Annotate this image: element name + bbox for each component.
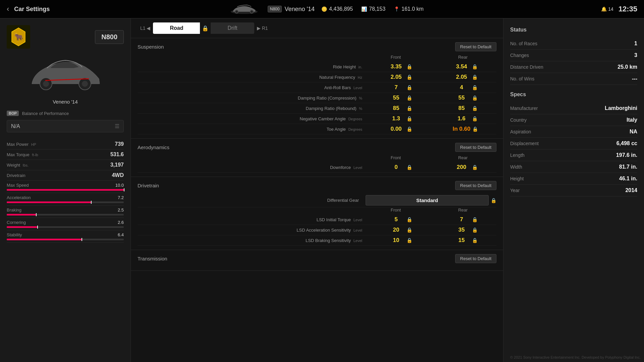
aerodynamics-reset-button[interactable]: Reset to Default	[455, 143, 496, 152]
aero-front-val-0[interactable]: 0	[388, 164, 405, 171]
status-rows: No. of Races 1Changes 3Distance Driven 2…	[510, 38, 637, 85]
susp-front-lock-3[interactable]: 🔒	[407, 95, 412, 101]
dt-name-1: LSD Acceleration Sensitivity Level	[138, 228, 362, 233]
transmission-title: Transmission	[138, 256, 167, 261]
susp-front-val-4[interactable]: 85	[388, 105, 405, 112]
dt-rear-lock-0[interactable]: 🔒	[472, 217, 478, 222]
susp-rear-lock-3[interactable]: 🔒	[472, 95, 478, 101]
differential-value[interactable]: Standard	[366, 195, 489, 205]
tab-drift[interactable]: Drift	[211, 22, 254, 34]
dt-rear-val-1[interactable]: 35	[453, 227, 470, 233]
dt-front-val-0[interactable]: 5	[388, 216, 405, 223]
susp-front-val-3[interactable]: 55	[388, 95, 405, 101]
dt-front-lock-1[interactable]: 🔒	[407, 227, 412, 233]
status-label-3: No. of Wins	[510, 76, 534, 81]
dt-front-val-1[interactable]: 20	[388, 227, 405, 233]
susp-front-lock-2[interactable]: 🔒	[407, 85, 412, 90]
susp-front-lock-6[interactable]: 🔒	[407, 126, 412, 132]
specs-value-2: NA	[630, 129, 637, 135]
susp-rear-lock-0[interactable]: 🔒	[472, 64, 478, 69]
dt-front-val-2[interactable]: 10	[388, 237, 405, 244]
susp-front-val-5[interactable]: 1.3	[388, 115, 405, 122]
specs-rows: Manufacturer LamborghiniCountry ItalyAsp…	[510, 103, 637, 196]
susp-rear-lock-1[interactable]: 🔒	[472, 74, 478, 80]
tab-next-button[interactable]: ▶ R1	[254, 25, 271, 31]
susp-controls-4: 85 🔒 85 🔒	[369, 105, 496, 112]
dt-rear-val-2[interactable]: 15	[453, 237, 470, 244]
susp-rear-val-5[interactable]: 1.6	[453, 115, 470, 122]
susp-rear-val-0[interactable]: 3.54	[453, 63, 470, 70]
dt-front-lock-2[interactable]: 🔒	[407, 238, 412, 243]
suspension-row-6: Toe Angle Degrees 0.00 🔒 In 0.60 🔒	[138, 124, 496, 134]
tab-strip: L1 ◀ Road 🔒 Drift ▶ R1	[131, 18, 503, 38]
na-selector[interactable]: N/A ☰	[7, 120, 124, 132]
dt-row-1: LSD Acceleration Sensitivity Level 20 🔒 …	[138, 225, 496, 235]
susp-front-lock-1[interactable]: 🔒	[407, 74, 412, 80]
aerodynamics-col-headers: Front Rear	[138, 155, 496, 160]
susp-front-val-1[interactable]: 2.05	[388, 74, 405, 80]
susp-front-lock-4[interactable]: 🔒	[407, 106, 412, 111]
susp-rear-lock-2[interactable]: 🔒	[472, 85, 478, 90]
susp-front-val-2[interactable]: 7	[388, 84, 405, 91]
sidebar-bar-4: Stability 6.4	[7, 230, 124, 243]
susp-rear-val-2[interactable]: 4	[453, 84, 470, 91]
differential-controls: Standard 🔒	[366, 195, 496, 205]
odo-icon: 📊	[361, 6, 367, 12]
susp-rear-val-1[interactable]: 2.05	[453, 74, 470, 80]
dt-rear-val-0[interactable]: 7	[453, 216, 470, 223]
specs-value-5: 81.7 in.	[619, 164, 637, 170]
suspension-reset-button[interactable]: Reset to Default	[455, 42, 496, 51]
status-title: Status	[510, 27, 637, 33]
differential-value-box: Standard 🔒	[366, 195, 496, 205]
susp-front-lock-5[interactable]: 🔒	[407, 116, 412, 121]
tab-prev-button[interactable]: L1 ◀	[138, 25, 153, 31]
sidebar-stat-value-3: 4WD	[112, 172, 124, 178]
top-bar-center: N800 Veneno '14 🪙 4,436,895 📊 78,153 📍 1…	[227, 2, 424, 16]
suspension-settings: Ride Height in. 3.35 🔒 3.54 🔒 Natural Fr…	[138, 62, 496, 134]
susp-front-val-6[interactable]: 0.00	[388, 126, 405, 132]
susp-rear-lock-6[interactable]: 🔒	[472, 126, 478, 132]
aerodynamics-section: Aerodynamics Reset to Default Front Rear…	[131, 139, 503, 177]
sidebar-stat-3: Drivetrain 4WD	[7, 170, 124, 181]
differential-lock-icon[interactable]: 🔒	[491, 198, 496, 203]
bar-marker-0	[124, 188, 124, 191]
susp-rear-val-6[interactable]: In 0.60	[453, 126, 471, 132]
susp-rear-lock-4[interactable]: 🔒	[472, 106, 478, 111]
sidebar-stat-value-0: 739	[115, 141, 124, 147]
bar-value-1: 7.2	[118, 195, 124, 200]
sidebar-bar-1: Acceleration 7.2	[7, 193, 124, 205]
susp-rear-lock-5[interactable]: 🔒	[472, 116, 478, 121]
suspension-row-4: Damping Ratio (Rebound) % 85 🔒 85 🔒	[138, 103, 496, 114]
susp-rear-val-3[interactable]: 55	[453, 95, 470, 101]
bar-marker-2	[36, 213, 37, 216]
susp-rear-val-4[interactable]: 85	[453, 105, 470, 112]
susp-front-lock-0[interactable]: 🔒	[407, 64, 412, 69]
suspension-col-headers: Front Rear	[138, 55, 496, 60]
aero-rear-lock-0[interactable]: 🔒	[472, 165, 478, 170]
dt-front-lock-0[interactable]: 🔒	[407, 217, 412, 222]
car-thumbnail-svg	[227, 2, 261, 16]
bar-label-1: Acceleration	[7, 195, 31, 200]
drivetrain-reset-button[interactable]: Reset to Default	[455, 181, 496, 190]
n-class-badge: N800	[268, 6, 282, 12]
aero-rear-val-0[interactable]: 200	[453, 164, 470, 171]
susp-controls-1: 2.05 🔒 2.05 🔒	[369, 74, 496, 80]
tab-road[interactable]: Road	[153, 22, 200, 34]
aero-front-lock-0[interactable]: 🔒	[407, 165, 412, 170]
transmission-reset-button[interactable]: Reset to Default	[455, 254, 496, 263]
time-display: 12:35	[619, 5, 637, 13]
dt-rear-lock-1[interactable]: 🔒	[472, 227, 478, 233]
suspension-rear-header: Rear	[429, 55, 496, 60]
status-label-0: No. of Races	[510, 41, 537, 46]
back-button[interactable]: ‹	[7, 5, 9, 13]
dt-rear-box-0: 7 🔒	[434, 216, 496, 223]
susp-name-1: Natural Frequency Hz	[138, 75, 362, 80]
dt-controls-1: 20 🔒 35 🔒	[369, 227, 496, 233]
suspension-title: Suspension	[138, 44, 164, 50]
status-label-1: Changes	[510, 53, 529, 58]
aero-rear-header: Rear	[429, 155, 496, 160]
aero-settings: Downforce Level 0 🔒 200 🔒	[138, 162, 496, 173]
main-content[interactable]: L1 ◀ Road 🔒 Drift ▶ R1 Suspension Reset …	[131, 18, 503, 362]
dt-rear-lock-2[interactable]: 🔒	[472, 238, 478, 243]
susp-front-val-0[interactable]: 3.35	[388, 63, 405, 70]
